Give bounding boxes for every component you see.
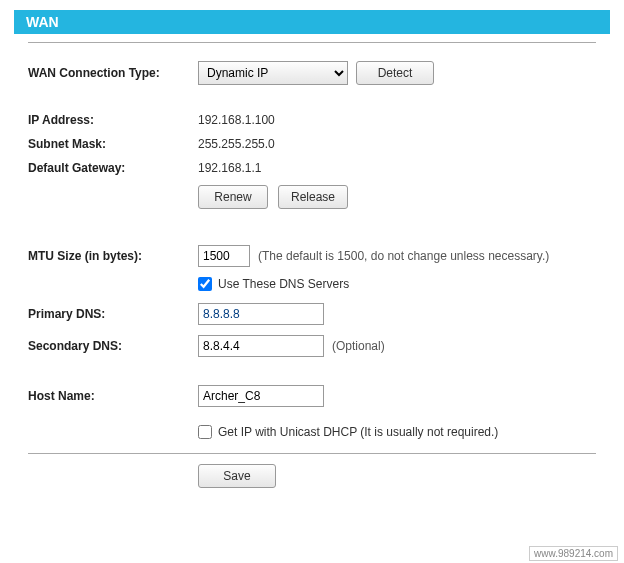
default-gateway-value: 192.168.1.1 bbox=[198, 161, 261, 175]
hostname-label: Host Name: bbox=[28, 389, 198, 403]
unicast-dhcp-row: Get IP with Unicast DHCP (It is usually … bbox=[198, 425, 596, 439]
release-button[interactable]: Release bbox=[278, 185, 348, 209]
renew-button[interactable]: Renew bbox=[198, 185, 268, 209]
page-header: WAN bbox=[14, 10, 610, 34]
primary-dns-row: Primary DNS: bbox=[28, 303, 596, 325]
wan-connection-label: WAN Connection Type: bbox=[28, 66, 198, 80]
secondary-dns-input[interactable] bbox=[198, 335, 324, 357]
wan-connection-row: WAN Connection Type: Dynamic IP Detect bbox=[28, 61, 596, 85]
hostname-input[interactable] bbox=[198, 385, 324, 407]
ip-address-row: IP Address: 192.168.1.100 bbox=[28, 113, 596, 127]
ip-address-value: 192.168.1.100 bbox=[198, 113, 275, 127]
primary-dns-label: Primary DNS: bbox=[28, 307, 198, 321]
renew-release-group: Renew Release bbox=[198, 185, 596, 209]
ip-address-label: IP Address: bbox=[28, 113, 198, 127]
default-gateway-label: Default Gateway: bbox=[28, 161, 198, 175]
unicast-dhcp-checkbox[interactable] bbox=[198, 425, 212, 439]
unicast-dhcp-label: Get IP with Unicast DHCP (It is usually … bbox=[218, 425, 498, 439]
save-button[interactable]: Save bbox=[198, 464, 276, 488]
primary-dns-input[interactable] bbox=[198, 303, 324, 325]
mtu-hint: (The default is 1500, do not change unle… bbox=[258, 249, 549, 263]
page-title: WAN bbox=[26, 14, 59, 30]
mtu-input[interactable] bbox=[198, 245, 250, 267]
wan-settings-form: WAN Connection Type: Dynamic IP Detect I… bbox=[0, 42, 624, 488]
subnet-mask-row: Subnet Mask: 255.255.255.0 bbox=[28, 137, 596, 151]
default-gateway-row: Default Gateway: 192.168.1.1 bbox=[28, 161, 596, 175]
use-dns-row: Use These DNS Servers bbox=[198, 277, 596, 291]
save-row: Save bbox=[198, 464, 596, 488]
detect-button[interactable]: Detect bbox=[356, 61, 434, 85]
subnet-mask-label: Subnet Mask: bbox=[28, 137, 198, 151]
secondary-dns-label: Secondary DNS: bbox=[28, 339, 198, 353]
divider-bottom bbox=[28, 453, 596, 454]
use-dns-checkbox[interactable] bbox=[198, 277, 212, 291]
divider-top bbox=[28, 42, 596, 43]
wan-connection-select[interactable]: Dynamic IP bbox=[198, 61, 348, 85]
secondary-dns-hint: (Optional) bbox=[332, 339, 385, 353]
hostname-row: Host Name: bbox=[28, 385, 596, 407]
secondary-dns-row: Secondary DNS: (Optional) bbox=[28, 335, 596, 357]
mtu-row: MTU Size (in bytes): (The default is 150… bbox=[28, 245, 596, 267]
subnet-mask-value: 255.255.255.0 bbox=[198, 137, 275, 151]
mtu-label: MTU Size (in bytes): bbox=[28, 249, 198, 263]
use-dns-label: Use These DNS Servers bbox=[218, 277, 349, 291]
